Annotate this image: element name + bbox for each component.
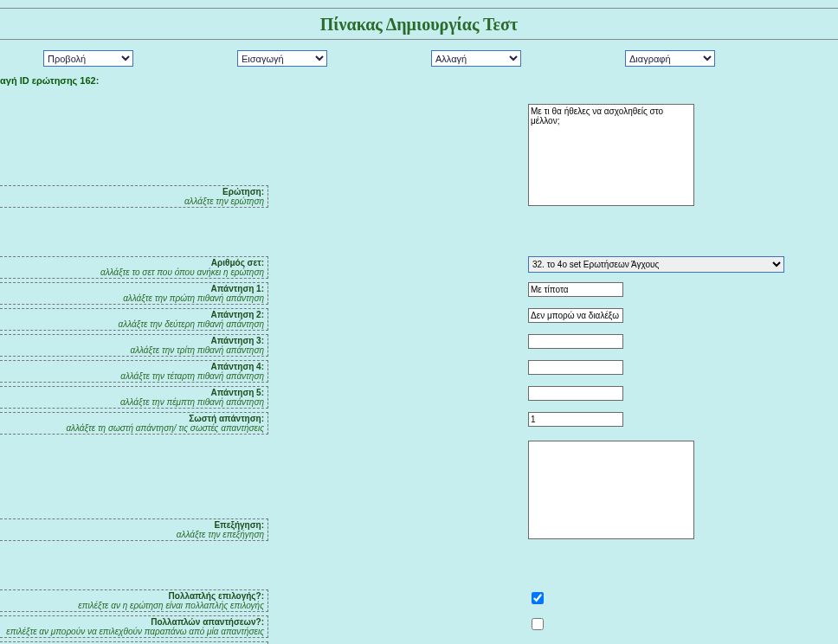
multichoice-checkbox[interactable] <box>532 592 544 604</box>
explain-hint: αλλάξτε την επεξήγηση <box>3 530 264 539</box>
ans3-hint: αλλάξτε την τρίτη πιθανή απάντηση <box>3 345 264 355</box>
ans4-label: Απάντηση 4: <box>3 362 264 371</box>
multichoice-hint: επιλέξτε αν η ερώτηση είναι πολλαπλής επ… <box>3 601 264 610</box>
set-hint: αλλάξτε το σετ που όπου ανήκει η ερώτηση <box>3 267 264 277</box>
multians-hint: επιλέξτε αν μπορούν να επιλεχθούν παραπά… <box>3 627 264 636</box>
multichoice-label: Πολλαπλής επιλογής?: <box>3 591 264 601</box>
ans3-input[interactable] <box>528 334 623 349</box>
ans4-input[interactable] <box>528 360 623 375</box>
ans1-input[interactable] <box>528 282 623 297</box>
ans5-label: Απάντηση 5: <box>3 388 264 397</box>
question-input[interactable] <box>528 104 694 206</box>
ans2-input[interactable] <box>528 308 623 323</box>
ans3-label: Απάντηση 3: <box>3 336 264 345</box>
set-label: Αριθμός σετ: <box>3 258 264 267</box>
ans4-hint: αλλάξτε την τέταρτη πιθανή απάντηση <box>3 371 264 381</box>
question-hint: αλλάξτε την ερώτηση <box>3 196 264 206</box>
explain-label: Επεξήγηση: <box>3 520 264 530</box>
change-select[interactable]: Αλλαγή <box>431 50 521 67</box>
question-label: Ερώτηση: <box>3 187 264 196</box>
multians-checkbox[interactable] <box>532 618 544 630</box>
status-line: αγή ID ερώτησης 162: <box>0 75 838 86</box>
explain-input[interactable] <box>528 441 694 539</box>
correct-label: Σωστή απάντηση: <box>3 414 264 423</box>
title-bar: Πίνακας Δημιουργίας Τεστ <box>0 9 838 40</box>
ans1-hint: αλλάξτε την πρώτη πιθανή απάντηση <box>3 293 264 303</box>
multians-label: Πολλαπλών απαντήσεων?: <box>3 617 264 627</box>
delete-select[interactable]: Διαγραφή <box>625 50 715 67</box>
page-title: Πίνακας Δημιουργίας Τεστ <box>0 15 838 35</box>
toolbar: Προβολή Εισαγωγή Αλλαγή Διαγραφή <box>0 40 838 75</box>
ans1-label: Απάντηση 1: <box>3 284 264 293</box>
ans2-label: Απάντηση 2: <box>3 310 264 319</box>
set-select[interactable]: 32. το 4ο set Ερωτήσεων Άγχους <box>528 256 784 273</box>
ans2-hint: αλλάξτε την δεύτερη πιθανή απάντηση <box>3 319 264 329</box>
view-select[interactable]: Προβολή <box>43 50 133 67</box>
correct-hint: αλλάξτε τη σωστή απάντηση/ τις σωστές απ… <box>3 423 264 433</box>
ans5-hint: αλλάξτε την πέμπτη πιθανή απάντηση <box>3 397 264 407</box>
insert-select[interactable]: Εισαγωγή <box>237 50 327 67</box>
correct-input[interactable] <box>528 412 623 427</box>
ans5-input[interactable] <box>528 386 623 401</box>
